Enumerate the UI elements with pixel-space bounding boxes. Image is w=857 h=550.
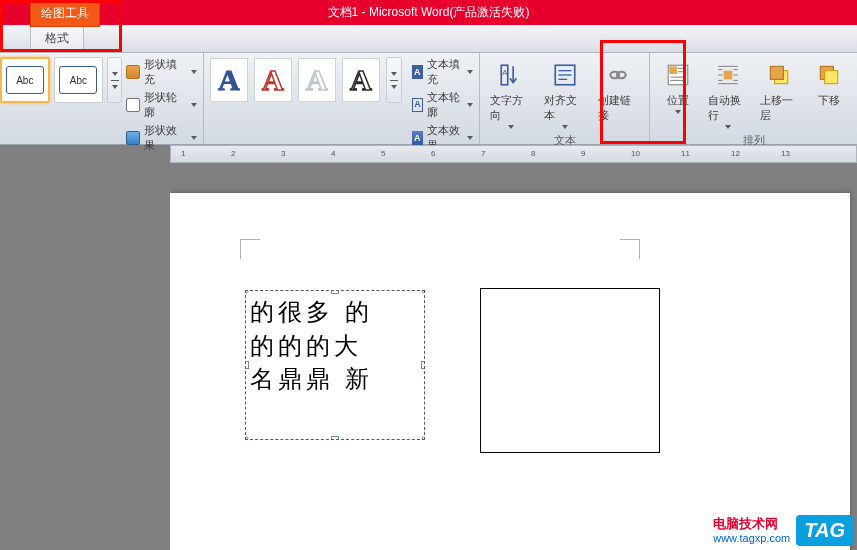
fill-icon bbox=[126, 65, 139, 79]
text-options: A文本填充 A文本轮廓 A文本效果 bbox=[412, 57, 474, 153]
shape-fill-label: 形状填充 bbox=[144, 57, 185, 87]
ribbon: Abc Abc 形状填充 形状轮廓 形状效果 A A A A bbox=[0, 53, 857, 145]
ruler-number: 12 bbox=[731, 149, 740, 158]
tab-format[interactable]: 格式 bbox=[30, 24, 84, 52]
chevron-down-icon bbox=[467, 103, 473, 107]
text-fill-button[interactable]: A文本填充 bbox=[412, 57, 474, 87]
shape-options: 形状填充 形状轮廓 形状效果 bbox=[126, 57, 196, 153]
chevron-down-icon bbox=[391, 72, 397, 76]
watermark-line1: 电脑技术网 bbox=[713, 516, 790, 532]
wordart-style-3[interactable]: A bbox=[298, 58, 336, 102]
wrap-label: 自动换行 bbox=[708, 93, 747, 123]
wordart-dropdown[interactable] bbox=[386, 57, 402, 103]
resize-handle-br[interactable] bbox=[421, 436, 425, 440]
textbox-line: 的很多 的 bbox=[250, 295, 420, 329]
watermark-line2: www.tagxp.com bbox=[713, 532, 790, 545]
chevron-down-icon bbox=[467, 136, 473, 140]
text-effects-icon: A bbox=[412, 131, 423, 145]
align-text-icon bbox=[549, 59, 581, 91]
wordart-style-4[interactable]: A bbox=[342, 58, 380, 102]
resize-handle-l[interactable] bbox=[245, 361, 249, 369]
text-direction-button[interactable]: A 文字方向 bbox=[486, 57, 536, 131]
resize-handle-b[interactable] bbox=[331, 436, 339, 440]
send-backward-icon bbox=[813, 59, 845, 91]
wordart-style-1[interactable]: A bbox=[210, 58, 248, 102]
ruler-number: 11 bbox=[681, 149, 690, 158]
textbox-selected[interactable]: 的很多 的 的的的大 名鼎鼎 新 bbox=[245, 290, 425, 440]
tag-badge: TAG bbox=[796, 515, 853, 546]
text-fill-icon: A bbox=[412, 65, 423, 79]
window-title: 文档1 - Microsoft Word(产品激活失败) bbox=[328, 4, 530, 21]
empty-textbox[interactable] bbox=[480, 288, 660, 453]
watermark-text: 电脑技术网 www.tagxp.com bbox=[713, 516, 790, 545]
title-bar: 绘图工具 文档1 - Microsoft Word(产品激活失败) bbox=[0, 0, 857, 25]
ruler-number: 10 bbox=[631, 149, 640, 158]
shape-outline-button[interactable]: 形状轮廓 bbox=[126, 90, 196, 120]
shape-outline-label: 形状轮廓 bbox=[144, 90, 185, 120]
shape-styles-dropdown[interactable] bbox=[107, 57, 122, 103]
resize-handle-t[interactable] bbox=[331, 290, 339, 294]
ruler-number: 4 bbox=[331, 149, 335, 158]
wordart-style-2[interactable]: A bbox=[254, 58, 292, 102]
resize-handle-r[interactable] bbox=[421, 361, 425, 369]
document-area: 的很多 的 的的的大 名鼎鼎 新 bbox=[170, 163, 857, 550]
text-direction-icon: A bbox=[495, 59, 527, 91]
wrap-icon bbox=[712, 59, 744, 91]
text-outline-button[interactable]: A文本轮廓 bbox=[412, 90, 474, 120]
abc-preview: Abc bbox=[6, 66, 44, 94]
position-label: 位置 bbox=[667, 93, 689, 108]
chevron-down-icon bbox=[562, 125, 568, 129]
margin-mark-tl bbox=[240, 239, 260, 259]
align-text-label: 对齐文本 bbox=[544, 93, 586, 123]
align-text-button[interactable]: 对齐文本 bbox=[540, 57, 590, 131]
divider-icon bbox=[390, 80, 398, 81]
group-label bbox=[0, 153, 197, 169]
text-fill-label: 文本填充 bbox=[427, 57, 462, 87]
resize-handle-bl[interactable] bbox=[245, 436, 249, 440]
bring-forward-icon bbox=[763, 59, 795, 91]
textbox-line: 名鼎鼎 新 bbox=[250, 362, 420, 396]
svg-rect-24 bbox=[771, 66, 784, 79]
ruler-number: 13 bbox=[781, 149, 790, 158]
position-button[interactable]: 位置 bbox=[656, 57, 700, 116]
position-icon bbox=[662, 59, 694, 91]
ruler-number: 5 bbox=[381, 149, 385, 158]
chevron-down-icon bbox=[191, 136, 197, 140]
wrap-text-button[interactable]: 自动换行 bbox=[704, 57, 751, 131]
resize-handle-tl[interactable] bbox=[245, 290, 249, 294]
create-link-label: 创建链接 bbox=[598, 93, 640, 123]
bring-forward-button[interactable]: 上移一层 bbox=[756, 57, 803, 125]
chevron-down-icon bbox=[508, 125, 514, 129]
resize-handle-tr[interactable] bbox=[421, 290, 425, 294]
chevron-down-icon bbox=[467, 70, 473, 74]
shape-style-2[interactable]: Abc bbox=[54, 57, 104, 103]
text-outline-icon: A bbox=[412, 98, 423, 112]
shape-style-1[interactable]: Abc bbox=[0, 57, 50, 103]
horizontal-ruler[interactable]: // ruler drawn after populate to keep te… bbox=[170, 145, 857, 163]
text-group: A 文字方向 对齐文本 创建链接 文本 bbox=[480, 53, 650, 144]
drawing-tools-tab[interactable]: 绘图工具 bbox=[30, 0, 100, 27]
ruler-number: 8 bbox=[531, 149, 535, 158]
menu-row: 格式 bbox=[0, 25, 857, 53]
chevron-down-icon bbox=[191, 70, 197, 74]
chevron-down-icon bbox=[191, 103, 197, 107]
ruler-number: 2 bbox=[231, 149, 235, 158]
margin-mark-tr bbox=[620, 239, 640, 259]
shape-fill-button[interactable]: 形状填充 bbox=[126, 57, 196, 87]
ruler-number: 6 bbox=[431, 149, 435, 158]
ruler-number: 7 bbox=[481, 149, 485, 158]
create-link-button[interactable]: 创建链接 bbox=[594, 57, 644, 125]
effects-icon bbox=[126, 131, 139, 145]
arrange-group: 位置 自动换行 上移一层 下移 排列 bbox=[650, 53, 857, 144]
divider-icon bbox=[111, 80, 119, 81]
text-outline-label: 文本轮廓 bbox=[427, 90, 461, 120]
ruler-number: 9 bbox=[581, 149, 585, 158]
page[interactable]: 的很多 的 的的的大 名鼎鼎 新 bbox=[170, 193, 850, 550]
chevron-down-icon bbox=[112, 85, 118, 89]
bring-forward-label: 上移一层 bbox=[760, 93, 799, 123]
send-backward-button[interactable]: 下移 bbox=[807, 57, 851, 110]
abc-preview: Abc bbox=[59, 66, 97, 94]
chevron-down-icon bbox=[675, 110, 681, 114]
ruler-number: 1 bbox=[181, 149, 185, 158]
text-direction-label: 文字方向 bbox=[490, 93, 532, 123]
